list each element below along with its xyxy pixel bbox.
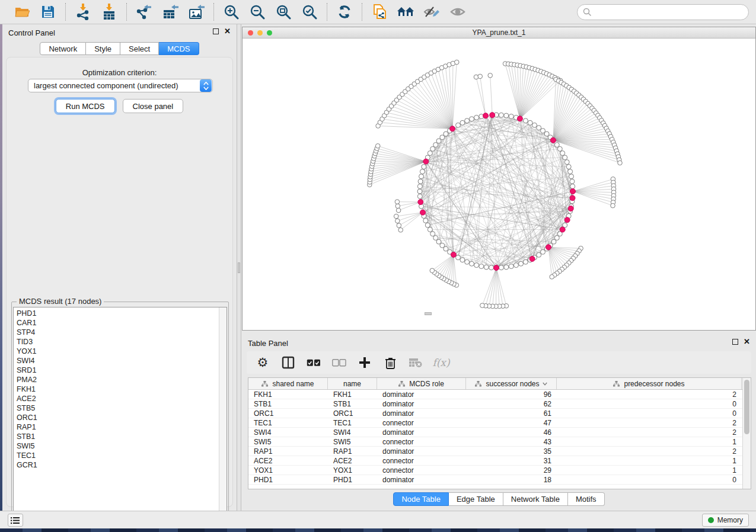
tab-select[interactable]: Select (120, 42, 159, 55)
column-header-shared-name[interactable]: shared name (248, 378, 328, 389)
network-leaf-node[interactable] (550, 275, 554, 280)
deselect-all-rows-icon[interactable] (331, 355, 347, 370)
network-ring-node[interactable] (422, 165, 426, 169)
network-hub-node[interactable] (423, 159, 429, 164)
column-header-name[interactable]: name (328, 378, 377, 389)
tab-style[interactable]: Style (86, 42, 120, 55)
mcds-result-list[interactable]: PHD1CAR1STP4TID3YOX1SWI4SRD1PMA2FKH1ACE2… (13, 307, 227, 520)
first-neighbors-icon[interactable] (397, 3, 414, 21)
network-leaf-node[interactable] (395, 204, 400, 209)
network-ring-node[interactable] (569, 174, 574, 179)
network-ring-node[interactable] (537, 126, 541, 130)
splitter-grip[interactable] (238, 262, 240, 273)
network-ring-node[interactable] (541, 249, 546, 254)
zoom-fit-icon[interactable] (275, 3, 292, 21)
run-mcds-button[interactable]: Run MCDS (56, 99, 115, 113)
table-settings-icon[interactable]: ⚙ (255, 355, 270, 370)
network-ring-node[interactable] (532, 123, 537, 127)
network-ring-node[interactable] (554, 236, 559, 241)
network-ring-node[interactable] (460, 258, 465, 262)
network-ring-node[interactable] (523, 259, 528, 264)
mcds-result-item[interactable]: GCR1 (17, 460, 219, 470)
network-ring-node[interactable] (428, 227, 432, 232)
tab-mcds[interactable]: MCDS (159, 42, 199, 55)
mcds-result-item[interactable]: ORC1 (17, 413, 219, 422)
network-ring-node[interactable] (425, 223, 430, 227)
table-row[interactable]: ORC1ORC1dominator610 (248, 409, 742, 418)
network-ring-node[interactable] (509, 114, 513, 119)
network-ring-node[interactable] (444, 132, 448, 136)
vertical-splitter[interactable] (237, 24, 241, 511)
table-row[interactable]: FKH1FKH1dominator962 (248, 390, 742, 399)
tab-network[interactable]: Network (40, 42, 86, 55)
table-row[interactable]: SWI4SWI4dominator462 (248, 428, 742, 437)
table-row[interactable]: TEC1TEC1connector472 (248, 418, 742, 428)
network-ring-node[interactable] (541, 129, 546, 133)
network-hub-node[interactable] (570, 196, 575, 201)
export-table-icon[interactable] (161, 3, 179, 21)
network-ring-node[interactable] (557, 146, 562, 151)
delete-column-icon[interactable] (382, 355, 398, 370)
export-network-icon[interactable] (135, 3, 153, 21)
float-table-panel-icon[interactable] (732, 339, 738, 345)
network-ring-node[interactable] (474, 263, 479, 268)
memory-button[interactable]: Memory (702, 514, 749, 527)
network-leaf-node[interactable] (398, 227, 403, 232)
open-file-icon[interactable] (13, 3, 31, 21)
mcds-list-scrollbar[interactable] (219, 307, 227, 520)
network-hub-node[interactable] (450, 126, 455, 132)
network-ring-node[interactable] (430, 232, 435, 236)
column-header-MCDS-role[interactable]: MCDS role (377, 378, 466, 389)
network-ring-node[interactable] (523, 118, 528, 123)
mcds-result-item[interactable]: CAR1 (17, 318, 219, 328)
column-header-predecessor-nodes[interactable]: predecessor nodes (557, 378, 742, 389)
tab-edge-table[interactable]: Edge Table (449, 492, 503, 506)
close-panel-button[interactable]: Close panel (123, 99, 184, 113)
refresh-icon[interactable] (336, 3, 353, 21)
mcds-result-item[interactable]: SRD1 (17, 366, 219, 375)
add-column-icon[interactable] (357, 355, 372, 370)
show-all-icon[interactable] (449, 3, 467, 21)
network-leaf-node[interactable] (480, 303, 485, 308)
network-hub-node[interactable] (546, 245, 551, 250)
table-row[interactable]: SWI5SWI5connector431 (248, 437, 742, 447)
network-ring-node[interactable] (417, 184, 422, 189)
mcds-result-item[interactable]: ACE2 (17, 394, 219, 403)
select-all-rows-icon[interactable] (306, 355, 321, 370)
mcds-result-item[interactable]: TEC1 (17, 451, 219, 460)
network-leaf-node[interactable] (478, 74, 483, 79)
network-ring-node[interactable] (570, 179, 575, 184)
network-ring-node[interactable] (418, 179, 423, 184)
network-window-titlebar[interactable]: YPA_prune.txt_1 (243, 27, 755, 39)
network-leaf-node[interactable] (397, 223, 401, 228)
network-leaf-node[interactable] (375, 144, 380, 149)
network-ring-node[interactable] (456, 255, 461, 260)
zoom-in-icon[interactable] (222, 3, 240, 21)
mcds-result-item[interactable]: SWI4 (17, 356, 219, 366)
maximize-window-icon[interactable] (267, 30, 272, 36)
mcds-result-item[interactable]: FKH1 (17, 384, 219, 394)
network-ring-node[interactable] (460, 120, 465, 125)
mcds-result-item[interactable]: YOX1 (17, 347, 219, 356)
network-leaf-node[interactable] (455, 60, 460, 65)
network-ring-node[interactable] (564, 160, 569, 165)
network-ring-node[interactable] (433, 143, 438, 148)
criterion-select[interactable]: largest connected component (undirected) (28, 79, 213, 92)
network-leaf-node[interactable] (395, 200, 400, 204)
mcds-result-item[interactable]: SWI5 (17, 441, 219, 451)
network-hub-node[interactable] (420, 210, 426, 215)
zoom-selected-icon[interactable] (301, 3, 318, 21)
network-hub-node[interactable] (483, 113, 489, 118)
network-ring-node[interactable] (420, 169, 425, 174)
network-hub-node[interactable] (564, 217, 570, 223)
network-ring-node[interactable] (513, 263, 518, 268)
mcds-result-item[interactable]: STB5 (17, 403, 219, 413)
column-header-successor-nodes[interactable]: successor nodes (466, 378, 557, 389)
network-ring-node[interactable] (417, 189, 422, 194)
table-scrollbar[interactable] (742, 378, 751, 489)
horizontal-splitter-grip[interactable] (425, 312, 432, 315)
table-row[interactable]: YOX1YOX1connector291 (248, 466, 742, 475)
network-hub-node[interactable] (570, 189, 576, 194)
close-window-icon[interactable] (248, 30, 253, 36)
network-ring-node[interactable] (568, 169, 573, 174)
